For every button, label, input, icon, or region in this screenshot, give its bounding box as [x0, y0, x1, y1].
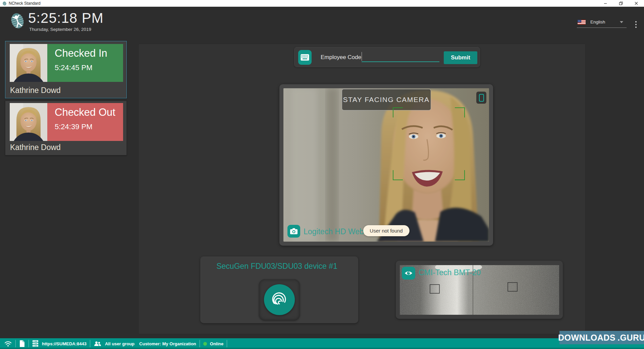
server-url: https://SUMEDA:8443: [42, 341, 87, 346]
event-card-checked-in[interactable]: Checked In 5:24:45 PM Kathrine Dowd: [5, 41, 127, 98]
customer: Customer: My Organization: [139, 341, 196, 346]
iris-device-name: CMI-Tech BMT-20: [419, 268, 481, 277]
window-title: NCheck Standard: [9, 1, 41, 6]
close-icon: [634, 1, 638, 5]
user-not-found-toast: User not found: [363, 225, 409, 236]
fingerprint-icon: [270, 290, 289, 309]
fingerprint-device-name: SecuGen FDU03/SDU03 device #1: [200, 262, 354, 271]
app-header: 5:25:18 PM Thursday, September 26, 2019 …: [0, 7, 644, 40]
language-value: English: [590, 19, 605, 24]
user-photo: [10, 44, 47, 82]
close-button[interactable]: [629, 0, 644, 7]
separator: [90, 340, 90, 347]
overflow-menu-button[interactable]: [633, 19, 639, 30]
switch-camera-button[interactable]: [476, 92, 486, 104]
chevron-down-icon: [620, 21, 623, 23]
iris-device-button[interactable]: [402, 267, 415, 280]
log-file-icon: [19, 340, 25, 347]
face-guide-corner: [393, 170, 403, 180]
employee-code-form: Employee Code Submit: [294, 47, 480, 67]
separator: [200, 340, 200, 347]
user-photo: [10, 103, 47, 141]
language-underline: [577, 28, 627, 28]
ncheck-logo-icon: [9, 12, 26, 30]
title-bar: NCheck Standard: [0, 0, 644, 7]
status-bar: https://SUMEDA:8443 All user group Custo…: [0, 338, 644, 349]
camera-panel: STAY FACING CAMERA Logitech HD Webcam Us…: [279, 84, 493, 246]
user-name: Kathrine Dowd: [10, 86, 61, 95]
separator: [15, 340, 16, 347]
text-caret: [362, 52, 362, 61]
face-detection-box: [393, 107, 465, 180]
camera-icon: [290, 228, 298, 235]
camera-device-button[interactable]: [287, 225, 300, 238]
status-panel: Checked In 5:24:45 PM: [47, 44, 123, 82]
mobile-device-icon: [479, 94, 484, 102]
status-time: 5:24:45 PM: [55, 63, 123, 72]
wifi-icon: [4, 340, 12, 347]
language-selector[interactable]: English: [576, 18, 629, 30]
face-guide-corner: [455, 107, 465, 117]
face-guide-corner: [393, 107, 403, 117]
server-icon: [32, 340, 39, 347]
status-time: 5:24:39 PM: [55, 122, 123, 131]
minimize-button[interactable]: [598, 0, 613, 7]
restore-button[interactable]: [613, 0, 629, 7]
status-label: Checked In: [55, 47, 123, 59]
user-group: All user group: [105, 341, 135, 346]
app-window: NCheck Standard 5:25:18 PM Thursday, Sep…: [0, 0, 644, 349]
header-clock: 5:25:18 PM: [28, 10, 104, 26]
status-label: Checked Out: [55, 106, 123, 118]
event-card-checked-out[interactable]: Checked Out 5:24:39 PM Kathrine Dowd: [5, 101, 127, 155]
people-icon: [94, 340, 102, 347]
keyboard-button[interactable]: [298, 50, 312, 65]
app-icon: [2, 1, 7, 6]
eye-icon: [404, 269, 413, 277]
separator: [29, 340, 29, 347]
watermark-text-left: DOWNLOADS: [558, 333, 615, 343]
downloads-guru-watermark[interactable]: DOWNLOADS .GURU: [559, 331, 644, 344]
camera-feed: STAY FACING CAMERA Logitech HD Webcam Us…: [283, 88, 489, 242]
face-guide-corner: [455, 170, 465, 180]
watermark-text-right: .GURU: [618, 333, 644, 343]
status-panel: Checked Out 5:24:39 PM: [47, 103, 123, 141]
employee-code-input[interactable]: [362, 51, 439, 62]
fingerprint-scan-button[interactable]: [264, 284, 295, 315]
separator: [227, 340, 227, 347]
connection-status: Online: [210, 341, 223, 346]
us-flag-icon: [578, 20, 586, 24]
keyboard-icon: [301, 54, 309, 61]
fingerprint-button-well: [259, 279, 300, 320]
restore-icon: [619, 1, 623, 5]
user-name: Kathrine Dowd: [10, 143, 61, 152]
online-status-icon: [203, 342, 207, 346]
submit-button[interactable]: Submit: [444, 51, 477, 64]
iris-panel: CMI-Tech BMT-20: [396, 261, 563, 319]
header-date: Thursday, September 26, 2019: [29, 27, 91, 32]
fingerprint-panel: SecuGen FDU03/SDU03 device #1: [200, 256, 358, 323]
minimize-icon: [603, 1, 607, 5]
employee-code-label: Employee Code: [321, 54, 361, 61]
